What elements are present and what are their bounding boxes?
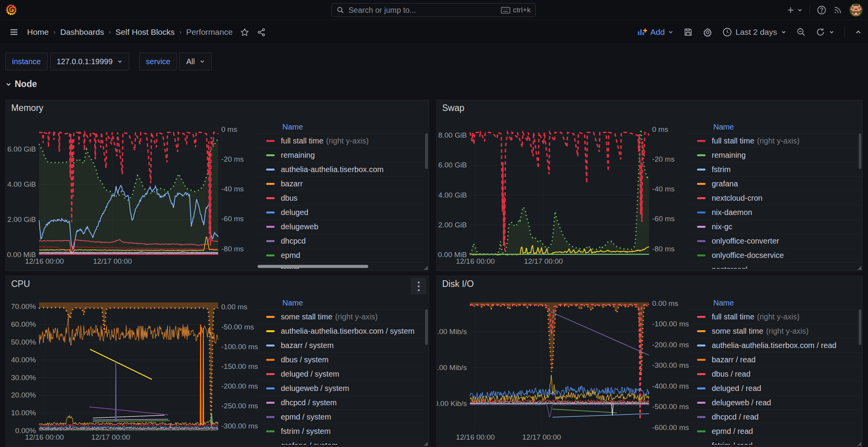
legend-item[interactable]: remaining	[258, 148, 428, 162]
save-dashboard-button[interactable]	[683, 27, 693, 37]
legend-item[interactable]: deluged	[258, 205, 428, 220]
legend-series-color	[697, 359, 706, 361]
legend-series-label: onlyoffice-docservice	[712, 251, 784, 260]
legend-item[interactable]: bazarr / system	[258, 338, 428, 353]
legend-item[interactable]: delugeweb / read	[689, 396, 861, 410]
legend-item[interactable]: delugeweb	[258, 220, 428, 234]
legend-series-color	[266, 445, 275, 445]
user-avatar[interactable]	[849, 3, 863, 17]
legend-item[interactable]: fstrim	[689, 162, 861, 177]
legend-item[interactable]: authelia-authelia.tiserbox.com / read	[689, 338, 861, 353]
legend-item[interactable]: authelia-authelia.tiserbox.com / system	[258, 324, 428, 338]
favorite-star-icon[interactable]	[240, 28, 249, 37]
panel-title[interactable]: Swap	[442, 103, 465, 113]
legend-item[interactable]: grafana / system	[258, 438, 428, 445]
dashboard-settings-button[interactable]	[703, 27, 713, 37]
legend-item[interactable]: dbus / system	[258, 353, 428, 367]
keyboard-shortcut: ctrl+k	[501, 6, 531, 14]
variable-value-dropdown[interactable]: 127.0.0.1:19999	[50, 53, 130, 70]
legend-scrollbar[interactable]	[859, 309, 861, 345]
legend-item[interactable]: dhcpcd / read	[689, 410, 861, 424]
panel-resize-handle[interactable]	[424, 442, 428, 446]
legend-item[interactable]: full stall time(right y-axis)	[689, 310, 861, 324]
legend-item[interactable]: fstrim / read	[689, 438, 861, 445]
x-axis-label: 12/16 00:00	[25, 257, 64, 266]
legend-item[interactable]: fstrim / system	[258, 424, 428, 438]
legend-item[interactable]: deluged / read	[689, 381, 861, 396]
legend-name-header[interactable]: Name	[258, 296, 428, 310]
panel-header: Disk I/O	[437, 276, 862, 292]
share-icon[interactable]	[257, 28, 266, 37]
panel-body: 0.00%10.00%20.00%30.00%40.00%50.00%60.00…	[6, 292, 429, 447]
legend-name-header[interactable]: Name	[258, 120, 428, 134]
variable-label[interactable]: service	[139, 53, 177, 70]
legend-item[interactable]: nix-gc	[689, 220, 861, 234]
legend-name-header[interactable]: Name	[689, 296, 861, 310]
legend-scrollbar[interactable]	[859, 133, 861, 169]
breadcrumb-item[interactable]: Home	[27, 27, 49, 37]
legend-item[interactable]: onlyoffice-docservice	[689, 248, 861, 263]
add-panel-button[interactable]: Add	[637, 27, 673, 37]
legend-series-color	[266, 416, 275, 418]
y-axis-left: 0.00%10.00%20.00%30.00%40.00%50.00%60.00…	[10, 302, 39, 431]
legend-item[interactable]: dhcpcd	[258, 234, 428, 248]
legend-item[interactable]: onlyoffice-converter	[689, 234, 861, 248]
legend-item[interactable]: deluged / system	[258, 367, 428, 381]
grafana-logo[interactable]	[4, 2, 19, 18]
panel-resize-handle[interactable]	[857, 442, 861, 446]
y-axis-right: 0.00 ms-50.00 ms-100.00 ms-150.00 ms-200…	[218, 302, 255, 431]
legend-h-scrollbar[interactable]	[258, 265, 368, 268]
refresh-button[interactable]	[816, 27, 834, 37]
legend-item[interactable]: dbus / read	[689, 367, 861, 381]
refresh-icon	[816, 27, 825, 37]
global-search[interactable]: ctrl+k	[331, 3, 536, 17]
legend-item[interactable]: bazarr / read	[689, 353, 861, 367]
legend-item[interactable]: epmd / read	[689, 424, 861, 438]
breadcrumb-item[interactable]: Self Host Blocks	[116, 27, 175, 37]
menu-toggle-icon[interactable]	[9, 27, 19, 37]
panel-title[interactable]: Disk I/O	[442, 279, 474, 289]
collapse-toolbar-button[interactable]	[855, 29, 862, 36]
legend-item[interactable]: dbus	[258, 191, 428, 205]
new-button[interactable]	[786, 6, 803, 14]
x-axis: 12/16 00:0012/17 00:00	[39, 257, 218, 267]
row-node[interactable]: Node	[5, 79, 37, 89]
variable-label[interactable]: instance	[5, 53, 48, 70]
legend-item[interactable]: delugeweb / system	[258, 381, 428, 396]
legend-series-color	[697, 154, 706, 156]
chart-plot[interactable]: 12/16 00:0012/17 00:00	[39, 302, 218, 431]
y-axis-label: -400.00 ms	[652, 382, 689, 391]
chart-plot[interactable]: 12/16 00:0012/17 00:00	[470, 126, 649, 255]
legend-item[interactable]: postgresql	[689, 263, 861, 269]
legend-item[interactable]: grafana	[689, 177, 861, 191]
legend-item[interactable]: epmd	[258, 248, 428, 263]
legend-item[interactable]: remaining	[689, 148, 861, 162]
panel-title[interactable]: CPU	[11, 279, 30, 289]
panel-title[interactable]: Memory	[11, 103, 43, 113]
variable-value-dropdown[interactable]: All	[179, 53, 211, 70]
legend-item[interactable]: dhcpcd / system	[258, 396, 428, 410]
legend-item[interactable]: authelia-authelia.tiserbox.com	[258, 162, 428, 177]
panel-resize-handle[interactable]	[424, 266, 428, 270]
legend-item[interactable]: some stall time(right y-axis)	[689, 324, 861, 338]
panel-resize-handle[interactable]	[857, 266, 861, 270]
chart-plot[interactable]: 12/16 00:0012/17 00:00	[39, 126, 218, 255]
help-button[interactable]	[817, 5, 826, 15]
legend-name-header[interactable]: Name	[689, 120, 861, 134]
zoom-out-button[interactable]	[796, 27, 806, 37]
legend-item[interactable]: nix-daemon	[689, 205, 861, 220]
news-icon[interactable]	[833, 5, 842, 15]
legend-item[interactable]: full stall time(right y-axis)	[689, 134, 861, 148]
legend-item[interactable]: full stall time(right y-axis)	[258, 134, 428, 148]
search-input[interactable]	[348, 5, 497, 15]
chart-plot[interactable]: 12/16 00:0012/17 00:00	[470, 302, 649, 431]
legend-item[interactable]: some stall time(right y-axis)	[258, 310, 428, 324]
legend-scrollbar[interactable]	[425, 133, 428, 169]
legend-scrollbar[interactable]	[425, 309, 428, 345]
legend-item[interactable]: bazarr	[258, 177, 428, 191]
legend-item[interactable]: epmd / system	[258, 410, 428, 424]
x-axis-label: 12/16 00:00	[456, 433, 495, 442]
breadcrumb-item[interactable]: Dashboards	[60, 27, 104, 37]
legend-item[interactable]: nextcloud-cron	[689, 191, 861, 205]
time-range-picker[interactable]: Last 2 days	[723, 27, 786, 37]
